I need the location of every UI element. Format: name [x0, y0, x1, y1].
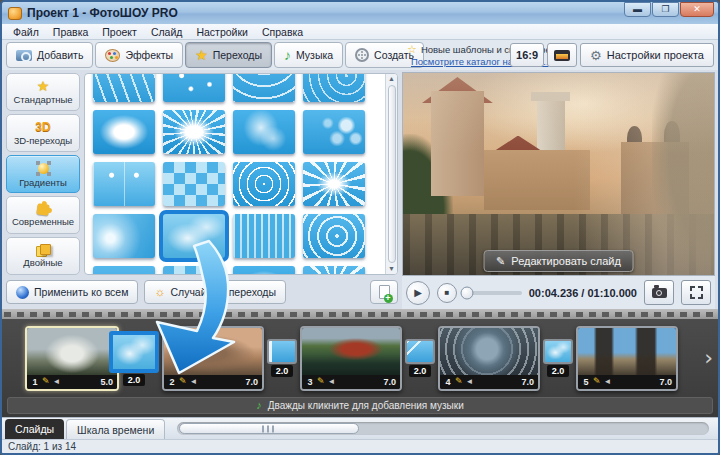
- transition-thumb-spiral[interactable]: [233, 162, 295, 206]
- timeline-transition-1[interactable]: 2.0: [109, 331, 159, 386]
- scroll-right-icon[interactable]: ›: [704, 347, 713, 369]
- project-settings-button[interactable]: ⚙ Настройки проекта: [580, 43, 714, 67]
- transition-thumb-bokeh[interactable]: [303, 110, 365, 154]
- slide-number: 5: [582, 377, 590, 387]
- transition-thumb-ripple[interactable]: [303, 214, 365, 258]
- transition-thumb-sparkle[interactable]: [163, 73, 225, 102]
- speaker-icon[interactable]: ◄: [604, 378, 612, 386]
- tab-slides[interactable]: Слайды: [5, 419, 64, 439]
- transition-thumbnail: [543, 339, 573, 364]
- close-button[interactable]: ✕: [680, 2, 714, 17]
- transition-thumb-rays[interactable]: [303, 162, 365, 206]
- slide-thumbnail: [578, 328, 676, 375]
- slide-number: 1: [31, 377, 39, 387]
- transition-thumb-ripple-sm[interactable]: [303, 73, 365, 102]
- speaker-icon[interactable]: ◄: [53, 378, 61, 386]
- scrollbar-thumb[interactable]: [179, 423, 359, 434]
- screen-mode-button[interactable]: [547, 43, 577, 67]
- timeline-slide-4[interactable]: 4 ✎ ◄ 7.0: [438, 326, 540, 391]
- pencil-icon[interactable]: ✎: [42, 377, 50, 386]
- category-double[interactable]: Двойные: [6, 237, 80, 275]
- transition-thumb-rain[interactable]: [233, 214, 295, 258]
- timeline-slide-3[interactable]: 3 ✎ ◄ 7.0: [300, 326, 402, 391]
- timeline-scrollbar[interactable]: [177, 422, 709, 435]
- random-transitions-button[interactable]: ☼ Случайные переходы: [144, 280, 286, 304]
- menu-edit[interactable]: Правка: [46, 26, 95, 38]
- transition-thumb-clouds[interactable]: [163, 214, 225, 258]
- category-3d[interactable]: 3D 3D-переходы: [6, 114, 80, 152]
- menu-file[interactable]: Файл: [6, 26, 46, 38]
- menu-settings[interactable]: Настройки: [189, 26, 255, 38]
- pencil-icon[interactable]: ✎: [455, 377, 463, 386]
- scroll-down-icon[interactable]: ▼: [388, 265, 395, 273]
- timeline-transition-3[interactable]: 2.0: [405, 339, 435, 377]
- seek-bar[interactable]: [464, 291, 522, 295]
- music-hint-bar[interactable]: ♪ Дважды кликните для добавления музыки: [7, 397, 713, 414]
- sphere-icon: [16, 286, 29, 299]
- slide-thumbnail: [302, 328, 400, 375]
- category-gradients[interactable]: Градиенты: [6, 155, 80, 193]
- music-note-icon: ♪: [256, 400, 262, 411]
- edit-slide-button[interactable]: ✎ Редактировать слайд: [483, 250, 634, 272]
- tab-timescale[interactable]: Шкала времени: [66, 419, 165, 439]
- timeline-slide-5[interactable]: 5 ✎ ◄ 7.0: [576, 326, 678, 391]
- transition-thumb-rays[interactable]: [303, 266, 365, 274]
- tab-music[interactable]: ♪ Музыка: [274, 42, 343, 68]
- pencil-icon[interactable]: ✎: [593, 377, 601, 386]
- tab-add[interactable]: Добавить: [6, 42, 93, 68]
- film-reel-icon: [355, 48, 369, 62]
- edit-slide-label: Редактировать слайд: [511, 255, 621, 267]
- play-button[interactable]: ▶: [406, 281, 430, 305]
- sun-icon: ☼: [154, 286, 165, 298]
- promo-text: Новые шаблоны и спецэффекты: [421, 44, 566, 55]
- transition-thumb-checker[interactable]: [163, 162, 225, 206]
- transition-thumb-swirl[interactable]: [93, 110, 155, 154]
- transition-thumb-arc[interactable]: [233, 73, 295, 102]
- tab-effects[interactable]: Эффекты: [95, 42, 183, 68]
- pencil-icon[interactable]: ✎: [317, 377, 325, 386]
- menu-help[interactable]: Справка: [255, 26, 310, 38]
- aspect-ratio-button[interactable]: 16:9: [510, 43, 544, 67]
- category-standard[interactable]: ★ Стандартные: [6, 73, 80, 111]
- pencil-icon[interactable]: ✎: [179, 377, 187, 386]
- fullscreen-button[interactable]: [681, 280, 711, 305]
- transition-thumb-checker[interactable]: [163, 266, 225, 274]
- snapshot-button[interactable]: [644, 280, 674, 305]
- window-title: Проект 1 - ФотоШОУ PRO: [27, 6, 624, 20]
- transition-thumb-smoke[interactable]: [233, 110, 295, 154]
- speaker-icon[interactable]: ◄: [328, 378, 336, 386]
- transition-thumb-sparkle[interactable]: [93, 266, 155, 274]
- transition-thumb-corners[interactable]: [93, 162, 155, 206]
- transition-thumb-streaks[interactable]: [93, 73, 155, 102]
- app-icon: [8, 7, 22, 20]
- grid-scrollbar[interactable]: ▲ ▼: [385, 74, 397, 274]
- scroll-up-icon[interactable]: ▲: [388, 75, 395, 83]
- tab-transitions[interactable]: ★ Переходы: [185, 42, 272, 68]
- scrollbar-grip: [262, 425, 276, 432]
- add-transition-button[interactable]: [370, 280, 398, 304]
- transition-thumb-swirl[interactable]: [233, 266, 295, 274]
- slide-duration: 7.0: [659, 377, 672, 387]
- category-modern[interactable]: Современные: [6, 196, 80, 234]
- promo-block: ☆ Новые шаблоны и спецэффекты Посмотрите…: [401, 44, 507, 67]
- timeline-transition-2[interactable]: 2.0: [267, 339, 297, 377]
- maximize-button[interactable]: ❐: [652, 2, 679, 17]
- menu-project[interactable]: Проект: [95, 26, 144, 38]
- timeline-slide-1[interactable]: 1 ✎ ◄ 5.0: [25, 326, 119, 391]
- transition-thumb-burst[interactable]: [163, 110, 225, 154]
- stop-button[interactable]: ■: [437, 283, 457, 303]
- apply-to-all-button[interactable]: Применить ко всем: [6, 280, 138, 304]
- speaker-icon[interactable]: ◄: [190, 378, 198, 386]
- transition-thumbnail: [405, 339, 435, 364]
- menu-slide[interactable]: Слайд: [144, 26, 190, 38]
- menu-bar: Файл Правка Проект Слайд Настройки Справ…: [2, 24, 718, 40]
- timeline-transition-4[interactable]: 2.0: [543, 339, 573, 377]
- timeline-slide-2[interactable]: 2 ✎ ◄ 7.0: [162, 326, 264, 391]
- seek-handle[interactable]: [461, 286, 474, 299]
- speaker-icon[interactable]: ◄: [466, 378, 474, 386]
- scrollbar-thumb[interactable]: [388, 85, 396, 263]
- slide-counter: Слайд: 1 из 14: [8, 441, 76, 452]
- transition-thumb-beam[interactable]: [93, 214, 155, 258]
- promo-line-2[interactable]: Посмотрите каталог на сайте...: [407, 56, 507, 67]
- minimize-button[interactable]: ▬: [624, 2, 651, 17]
